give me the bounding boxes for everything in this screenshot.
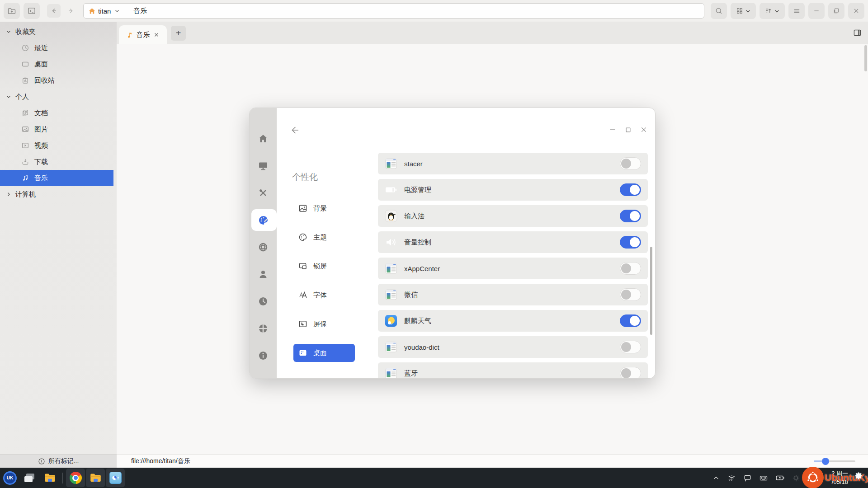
settings-section-label: 个性化 — [292, 171, 318, 183]
address-chevron-down-icon[interactable] — [114, 8, 120, 14]
plugin-name: youdao-dict — [404, 343, 439, 351]
settings-nav-personalization[interactable] — [250, 206, 277, 234]
sidebar-group-label: 个人 — [15, 93, 29, 101]
menu-item-theme[interactable]: 主题 — [293, 228, 355, 246]
sidebar-item-pictures[interactable]: 图片 — [0, 121, 117, 137]
ukui-start-icon: UK — [3, 471, 17, 485]
system-monitor-icon — [109, 472, 122, 484]
sidebar-item-downloads[interactable]: 下载 — [0, 154, 117, 170]
plugin-row-bluetooth: 蓝牙 — [378, 362, 648, 379]
toggle-input-method[interactable] — [620, 210, 641, 222]
chrome-task-button[interactable] — [66, 469, 85, 487]
restore-window-button[interactable] — [828, 3, 844, 19]
new-folder-button[interactable] — [4, 3, 20, 19]
settings-nav-display[interactable] — [250, 152, 277, 179]
toggle-youdao-dict[interactable] — [620, 341, 641, 353]
close-window-button[interactable] — [848, 3, 864, 19]
toggle-wechat[interactable] — [620, 288, 641, 301]
close-icon[interactable] — [640, 126, 647, 133]
menu-item-lockscreen[interactable]: 锁屏 — [293, 257, 355, 275]
sidebar-item-music[interactable]: 音乐 — [0, 170, 113, 186]
tab-close-icon[interactable] — [153, 32, 160, 38]
brightness-icon[interactable] — [792, 474, 800, 482]
maximize-icon[interactable] — [625, 127, 632, 133]
task-view-icon — [24, 474, 35, 483]
tray-expand-icon[interactable] — [712, 474, 720, 482]
sidebar-group-favorites[interactable]: 收藏夹 — [0, 23, 117, 40]
personalization-icon — [258, 215, 269, 226]
desktop-plugins-icon — [298, 348, 307, 357]
search-icon — [715, 7, 723, 15]
toggle-bluetooth[interactable] — [620, 367, 641, 379]
battery-charging-icon[interactable] — [775, 473, 785, 483]
file-manager-sidebar: 收藏夹 最近 桌面 回收站 个人 文档 图片 — [0, 22, 117, 454]
zoom-slider-knob[interactable] — [822, 458, 829, 465]
speaker-icon — [385, 236, 397, 249]
sidebar-item-label: 回收站 — [34, 76, 55, 85]
menu-item-label: 屏保 — [313, 320, 327, 328]
view-mode-button[interactable] — [731, 3, 756, 19]
settings-nav-account[interactable] — [250, 261, 277, 288]
file-manager-task-button[interactable] — [86, 469, 105, 487]
sidebar-group-computer[interactable]: 计算机 — [0, 186, 117, 202]
panel-toggle-icon[interactable] — [853, 28, 862, 37]
forward-button[interactable] — [65, 4, 77, 18]
sidebar-item-recent[interactable]: 最近 — [0, 40, 117, 56]
app-window-icon — [385, 367, 397, 379]
task-view-button[interactable] — [20, 468, 40, 488]
tab-music[interactable]: 音乐 — [119, 25, 167, 44]
scrollbar[interactable] — [864, 45, 867, 71]
zoom-slider[interactable] — [814, 460, 855, 462]
settings-nav-update[interactable] — [250, 315, 277, 342]
settings-nav-home[interactable] — [250, 125, 277, 152]
settings-nav-network[interactable] — [250, 234, 277, 261]
chevron-down-icon — [6, 94, 11, 99]
sort-order-button[interactable] — [760, 3, 785, 19]
folder-icon — [90, 472, 102, 484]
settings-nav-about[interactable] — [250, 342, 277, 369]
minimize-icon[interactable] — [609, 126, 616, 133]
system-monitor-task-button[interactable] — [106, 469, 125, 487]
wifi-icon[interactable] — [727, 474, 736, 482]
toggle-volume-control[interactable] — [620, 236, 641, 249]
settings-nav-devices[interactable] — [250, 179, 277, 206]
settings-window-controls — [609, 126, 647, 133]
settings-scrollbar[interactable] — [650, 247, 652, 335]
terminal-icon — [27, 6, 36, 15]
forward-arrow-icon — [67, 7, 75, 15]
toggle-stacer[interactable] — [620, 157, 641, 170]
back-button[interactable] — [47, 4, 61, 18]
address-path-segment[interactable]: 音乐 — [133, 7, 147, 15]
menu-item-desktop[interactable]: 桌面 — [293, 344, 355, 362]
sidebar-group-personal[interactable]: 个人 — [0, 89, 117, 105]
menu-item-background[interactable]: 背景 — [293, 199, 355, 217]
sidebar-item-desktop[interactable]: 桌面 — [0, 56, 117, 72]
settings-nav-datetime[interactable] — [250, 288, 277, 315]
sidebar-item-videos[interactable]: 视频 — [0, 137, 117, 154]
toggle-xappcenter[interactable] — [620, 262, 641, 275]
toggle-kylin-weather[interactable] — [620, 314, 641, 327]
address-user-segment[interactable]: titan — [98, 7, 111, 15]
plugin-row-power: 电源管理 — [378, 179, 648, 201]
sidebar-item-documents[interactable]: 文档 — [0, 105, 117, 121]
start-menu-button[interactable]: UK — [0, 468, 20, 488]
file-manager-launcher[interactable] — [40, 468, 60, 488]
address-bar[interactable]: titan 音乐 — [83, 3, 704, 19]
messages-icon[interactable] — [743, 474, 752, 482]
open-terminal-button[interactable] — [24, 3, 40, 19]
sidebar-item-trash[interactable]: 回收站 — [0, 72, 117, 89]
menu-item-font[interactable]: 字体 — [293, 286, 355, 304]
home-icon — [88, 7, 96, 15]
all-tags-button[interactable]: 所有标记... — [0, 454, 117, 468]
menu-button[interactable] — [788, 3, 805, 19]
minimize-window-button[interactable] — [808, 3, 825, 19]
keyboard-input-icon[interactable] — [759, 474, 768, 483]
new-tab-button[interactable]: + — [171, 26, 186, 41]
toggle-knob — [621, 368, 631, 378]
menu-item-label: 背景 — [313, 204, 327, 213]
datetime-icon — [258, 296, 269, 307]
settings-back-button[interactable] — [289, 125, 300, 136]
menu-item-screensaver[interactable]: 屏保 — [293, 315, 355, 333]
toggle-power-management[interactable] — [620, 183, 641, 196]
search-button[interactable] — [711, 3, 727, 19]
